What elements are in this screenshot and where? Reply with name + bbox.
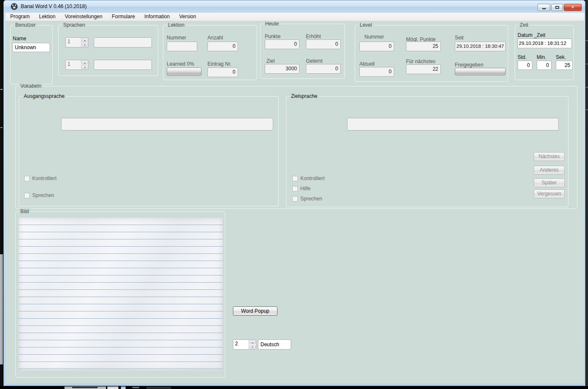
group-zeit: Zeit Datum _Zeit 29.10.2018 : 18:31:12 S… [515,25,574,80]
language-name-field[interactable]: Deutsch [258,339,291,350]
checkbox-icon [24,193,30,198]
language1-number-value: 1 [66,38,81,47]
freigegeben-progressbar [455,68,506,75]
client-area: Benutzer Name Unknown Sprachen 1 ▲▼ 1 ▲▼ [6,21,584,383]
group-ausgangssprache-label: Ausgangssprache [22,93,66,99]
fuer-naechstes-field[interactable]: 22 [406,64,441,74]
group-zielsprache: Zielsprache Kontrolliert Hilfe Sprechen [286,96,568,207]
freigegeben-label: Freigegeben [455,62,483,68]
menu-version[interactable]: Version [174,13,201,21]
target-hilfe-checkbox[interactable]: Hilfe [292,186,311,192]
group-lektion: Lektion Nummer Anzahl 0 Learned 0% Eintr… [163,25,257,80]
naechstes-button[interactable]: Nächstes [534,152,565,161]
group-zeit-label: Zeit [518,22,530,28]
aktuell-field[interactable]: 0 [359,67,394,77]
checkbox-icon [24,176,30,181]
name-label: Name [13,36,26,42]
language2-name-field[interactable] [94,60,152,70]
language-index-stepper[interactable]: 2 ▲▼ [233,339,256,350]
learned-progressbar [167,67,202,76]
language1-up-icon[interactable]: ▲ [82,38,88,42]
source-sprechen-checkbox[interactable]: Sprechen [24,192,54,198]
user-name-input[interactable]: Unknown [12,43,50,52]
language2-up-icon[interactable]: ▲ [82,61,88,64]
desktop: Banal Word V 0.46 (10.2018) ✕ Program Le… [0,0,588,389]
language-index-up-icon[interactable]: ▲ [249,340,255,344]
background-window-right-fragment [585,0,588,389]
target-kontrolliert-checkbox[interactable]: Kontrolliert [292,175,325,181]
app-window: Banal Word V 0.46 (10.2018) ✕ Program Le… [3,0,585,386]
minimize-button[interactable] [538,4,550,11]
maximize-icon [555,6,559,9]
aktuell-label: Aktuell [359,61,375,67]
moegl-punkte-field[interactable]: 25 [406,42,441,51]
sek-label: Sek. [556,54,566,60]
target-sprechen-checkbox[interactable]: Sprechen [292,196,322,202]
group-benutzer: Benutzer Name Unknown [10,25,53,84]
checkbox-icon [292,176,298,181]
gelernt-field[interactable]: 0 [306,64,341,74]
target-word-field[interactable] [347,118,559,131]
vergessen-button[interactable]: Vergessen [534,189,565,198]
source-kontrolliert-label: Kontrolliert [32,175,56,181]
min-field[interactable]: 0 [537,61,552,70]
source-word-field[interactable] [61,118,273,131]
seit-label: Seit [455,35,464,41]
group-lektion-label: Lektion [166,22,186,28]
lektion-anzahl-label: Anzahl [207,35,223,41]
datum-zeit-input[interactable]: 29.10.2018 : 18:31:12 [518,39,572,48]
language-index-value: 2 [233,340,249,349]
ziel-field[interactable]: 3000 [265,64,300,74]
level-nummer-label: Nummer [364,34,384,40]
erhoeht-field[interactable]: 0 [306,39,341,49]
anderes-button[interactable]: Anderes [534,166,565,175]
group-bild-label: Bild [19,208,31,214]
menu-voreinstellungen[interactable]: Voreinstellungen [60,13,107,21]
menu-formulare[interactable]: Formulare [107,13,140,21]
menu-information[interactable]: Information [140,13,174,21]
lektion-nummer-field[interactable] [167,42,197,51]
eintrag-field[interactable]: 0 [207,67,238,77]
sek-field[interactable]: 25 [556,61,573,70]
language-index-down-icon[interactable]: ▼ [249,345,255,349]
datum-zeit-label: Datum _Zeit [518,32,545,38]
min-label: Min. [537,54,546,60]
spaeter-button[interactable]: Später [534,178,565,187]
punkte-field[interactable]: 0 [265,39,300,49]
checkbox-icon [292,196,298,202]
checkbox-icon [292,186,298,192]
group-vokabeln: Vokabeln Ausgangssprache Kontrolliert Sp… [15,86,577,209]
level-nummer-field[interactable]: 0 [359,42,394,51]
language2-number-stepper[interactable]: 1 ▲▼ [65,60,89,70]
background-window-bottom-fragment [0,386,588,389]
target-sprechen-label: Sprechen [300,196,322,202]
group-sprachen: Sprachen 1 ▲▼ 1 ▲▼ [58,25,158,76]
target-kontrolliert-label: Kontrolliert [300,175,325,181]
maximize-button[interactable] [551,4,563,11]
word-popup-button[interactable]: Word Popup [233,306,277,316]
group-ausgangssprache: Ausgangssprache Kontrolliert Sprechen [19,96,279,206]
group-heute: Heute Punkte 0 Erhöht 0 Ziel 3000 Gelern… [260,24,345,79]
close-button[interactable]: ✕ [564,4,582,11]
window-title: Banal Word V 0.46 (10.2018) [21,3,87,9]
lektion-anzahl-field[interactable]: 0 [207,42,238,51]
language1-number-stepper[interactable]: 1 ▲▼ [65,37,89,47]
menu-lektion[interactable]: Lektion [34,13,60,21]
eintrag-label: Eintrag Nr. [207,61,232,67]
learned-label: Learned 0% [167,61,194,67]
group-heute-label: Heute [263,21,280,27]
language2-down-icon[interactable]: ▼ [82,65,88,69]
group-zielsprache-label: Zielsprache [289,93,319,99]
seit-field[interactable]: 29.10.2018 : 18:30:47 [455,42,506,51]
lektion-nummer-label: Nummer [167,35,186,41]
close-icon: ✕ [571,5,574,10]
std-field[interactable]: 0 [518,61,532,70]
menu-program[interactable]: Program [6,13,34,21]
menu-bar: Program Lektion Voreinstellungen Formula… [6,13,584,21]
language1-name-field[interactable] [94,37,152,47]
title-bar[interactable]: Banal Word V 0.46 (10.2018) ✕ [4,0,585,13]
source-kontrolliert-checkbox[interactable]: Kontrolliert [24,175,56,181]
language2-number-value: 1 [66,60,81,69]
language1-down-icon[interactable]: ▼ [82,43,88,47]
minimize-icon [542,8,546,9]
